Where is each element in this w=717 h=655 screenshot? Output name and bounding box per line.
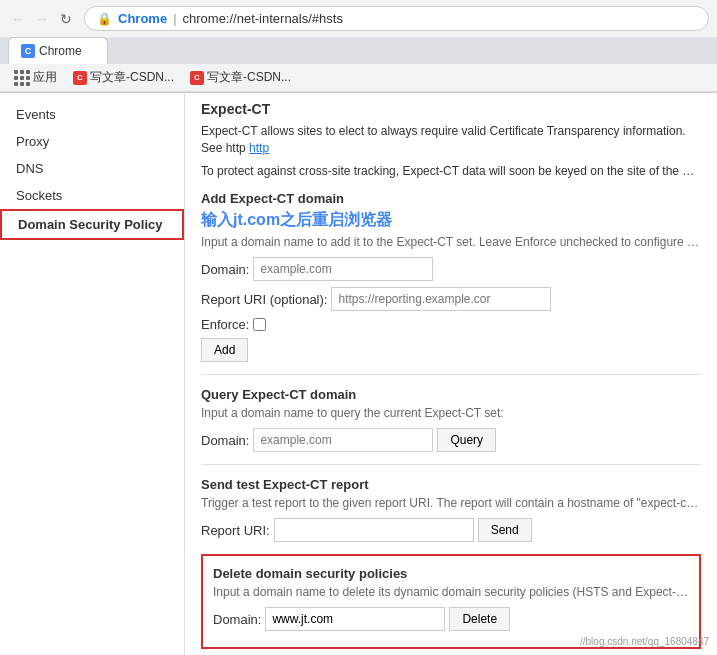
address-bar[interactable]: 🔒 Chrome | chrome://net-internals/#hsts <box>84 6 709 31</box>
address-separator: | <box>173 11 176 26</box>
page-layout: Events Proxy DNS Sockets Domain Security… <box>0 93 717 655</box>
divider2 <box>201 464 701 465</box>
query-domain-input[interactable] <box>253 428 433 452</box>
query-domain-label: Domain: <box>201 433 249 448</box>
url-text: chrome://net-internals/#hsts <box>183 11 343 26</box>
apps-button[interactable]: 应用 <box>8 67 63 88</box>
send-test-title: Send test Expect-CT report <box>201 477 701 492</box>
enforce-row: Enforce: <box>201 317 701 332</box>
query-domain-title: Query Expect-CT domain <box>201 387 701 402</box>
enforce-checkbox[interactable] <box>253 318 266 331</box>
send-report-input[interactable] <box>274 518 474 542</box>
nav-buttons: ← → ↻ <box>8 9 76 29</box>
lock-icon: 🔒 <box>97 12 112 26</box>
add-domain-title: Add Expect-CT domain <box>201 191 701 206</box>
send-report-label: Report URI: <box>201 523 270 538</box>
query-button[interactable]: Query <box>437 428 496 452</box>
sidebar: Events Proxy DNS Sockets Domain Security… <box>0 93 185 655</box>
domain-input[interactable] <box>253 257 433 281</box>
bookmark2-favicon: C <box>190 71 204 85</box>
add-domain-section: Add Expect-CT domain 输入jt.com之后重启浏览器 Inp… <box>201 191 701 362</box>
query-domain-section: Query Expect-CT domain Input a domain na… <box>201 387 701 452</box>
tab-favicon: C <box>21 44 35 58</box>
apps-label: 应用 <box>33 69 57 86</box>
enforce-label: Enforce: <box>201 317 249 332</box>
divider1 <box>201 374 701 375</box>
bookmark2[interactable]: C 写文章-CSDN... <box>184 67 297 88</box>
send-button[interactable]: Send <box>478 518 532 542</box>
send-test-section: Send test Expect-CT report Trigger a tes… <box>201 477 701 542</box>
expect-ct-section: Expect-CT Expect-CT allows sites to elec… <box>201 101 701 179</box>
browser-toolbar: ← → ↻ 🔒 Chrome | chrome://net-internals/… <box>0 0 717 37</box>
forward-button[interactable]: → <box>32 9 52 29</box>
bookmarks-bar: 应用 C 写文章-CSDN... C 写文章-CSDN... <box>0 64 717 92</box>
apps-grid-icon <box>14 70 30 86</box>
delete-domain-input[interactable] <box>265 607 445 631</box>
sidebar-item-dns[interactable]: DNS <box>0 155 184 182</box>
query-domain-hint: Input a domain name to query the current… <box>201 406 701 420</box>
tab-label: Chrome <box>39 44 82 58</box>
report-uri-label: Report URI (optional): <box>201 292 327 307</box>
watermark: //blog.csdn.net/qq_16804847 <box>580 636 709 647</box>
add-button[interactable]: Add <box>201 338 248 362</box>
expect-ct-desc: Expect-CT allows sites to elect to alway… <box>201 123 701 157</box>
active-tab[interactable]: C Chrome <box>8 37 108 64</box>
tab-bar: C Chrome <box>0 37 717 64</box>
domain-label: Domain: <box>201 262 249 277</box>
sidebar-item-domain-security[interactable]: Domain Security Policy <box>0 209 184 240</box>
chinese-annotation: 输入jt.com之后重启浏览器 <box>201 210 701 231</box>
bookmark1[interactable]: C 写文章-CSDN... <box>67 67 180 88</box>
domain-row: Domain: <box>201 257 701 281</box>
sidebar-item-proxy[interactable]: Proxy <box>0 128 184 155</box>
send-test-row: Report URI: Send <box>201 518 701 542</box>
bookmark1-favicon: C <box>73 71 87 85</box>
refresh-button[interactable]: ↻ <box>56 9 76 29</box>
delete-section-title: Delete domain security policies <box>213 566 689 581</box>
expect-ct-warning: To protect against cross-site tracking, … <box>201 163 701 180</box>
sidebar-item-events[interactable]: Events <box>0 101 184 128</box>
bookmark1-label: 写文章-CSDN... <box>90 69 174 86</box>
query-domain-row: Domain: Query <box>201 428 701 452</box>
back-button[interactable]: ← <box>8 9 28 29</box>
add-domain-hint: Input a domain name to add it to the Exp… <box>201 235 701 249</box>
main-content: Expect-CT Expect-CT allows sites to elec… <box>185 93 717 655</box>
delete-domain-label: Domain: <box>213 612 261 627</box>
expect-ct-title: Expect-CT <box>201 101 701 117</box>
sidebar-item-sockets[interactable]: Sockets <box>0 182 184 209</box>
delete-domain-row: Domain: Delete <box>213 607 689 631</box>
report-uri-row: Report URI (optional): <box>201 287 701 311</box>
delete-section-desc: Input a domain name to delete its dynami… <box>213 585 689 599</box>
site-name-label: Chrome <box>118 11 167 26</box>
browser-chrome: ← → ↻ 🔒 Chrome | chrome://net-internals/… <box>0 0 717 93</box>
bookmark2-label: 写文章-CSDN... <box>207 69 291 86</box>
report-uri-input[interactable] <box>331 287 551 311</box>
send-test-hint: Trigger a test report to the given repor… <box>201 496 701 510</box>
delete-button[interactable]: Delete <box>449 607 510 631</box>
expect-ct-link[interactable]: http <box>249 141 269 155</box>
